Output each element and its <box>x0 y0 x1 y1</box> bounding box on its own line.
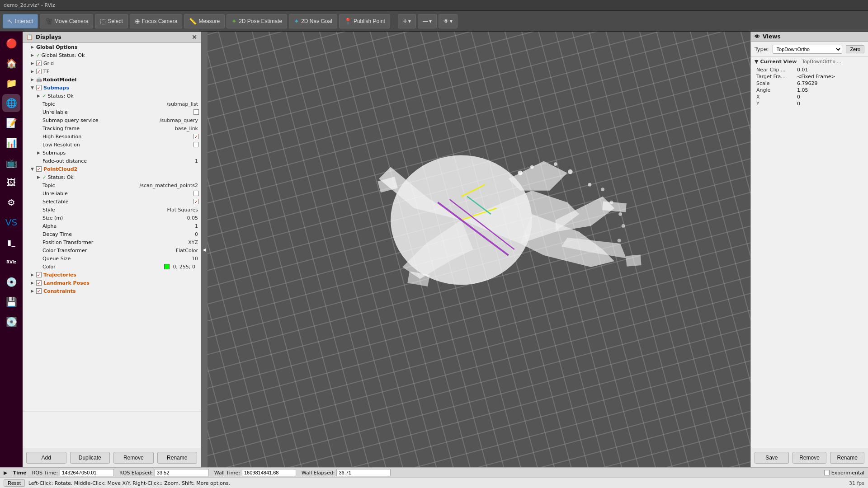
alpha-label: Alpha <box>42 223 195 229</box>
submap-query-value: /submap_query <box>160 117 201 123</box>
rename-button[interactable]: Rename <box>157 452 198 464</box>
pose-estimate-label: 2D Pose Estimate <box>239 18 282 24</box>
pointcloud2-row[interactable]: ▼ PointCloud2 <box>23 165 201 173</box>
constraints-row[interactable]: ▶ Constraints <box>23 287 201 295</box>
high-res-checkbox[interactable] <box>193 134 199 139</box>
global-status-row[interactable]: ▶ ✓ Global Status: Ok <box>23 51 201 59</box>
constraints-checkbox[interactable] <box>36 288 42 294</box>
landmark-poses-checkbox[interactable] <box>36 280 42 286</box>
high-res-label: High Resolution <box>42 134 193 140</box>
ubuntu-image-icon[interactable]: 🖼 <box>2 174 20 192</box>
add-button[interactable]: Add <box>26 452 66 464</box>
ubuntu-browser-icon[interactable]: 🌐 <box>2 94 20 112</box>
select-icon: ⬚ <box>100 18 106 25</box>
time-expand-icon: ▶ <box>4 470 7 476</box>
views-remove-button[interactable]: Remove <box>793 452 827 464</box>
focus-camera-icon: ⊕ <box>135 18 140 25</box>
plus-dropdown[interactable]: ✛ ▾ <box>398 14 416 28</box>
submaps-status-row[interactable]: ▶ ✓ Status: Ok <box>23 92 201 100</box>
queue-size-row: Queue Size 10 <box>23 254 201 263</box>
interact-button[interactable]: ↖ Interact <box>3 14 38 28</box>
pc2-unreliable-row[interactable]: Unreliable <box>23 189 201 197</box>
wall-elapsed-label: Wall Elapsed: <box>302 470 335 476</box>
views-buttons: Save Remove Rename <box>751 448 868 467</box>
views-save-button[interactable]: Save <box>755 452 789 464</box>
line-dropdown[interactable]: — ▾ <box>418 14 437 28</box>
submaps-unreliable-row[interactable]: Unreliable <box>23 108 201 116</box>
submaps-sub-arrow: ▶ <box>37 150 42 155</box>
landmark-poses-row[interactable]: ▶ Landmark Poses <box>23 279 201 287</box>
ubuntu-disk2-icon[interactable]: 💾 <box>2 293 20 311</box>
select-button[interactable]: ⬚ Select <box>95 14 127 28</box>
pointcloud2-arrow: ▼ <box>31 167 36 171</box>
duplicate-button[interactable]: Duplicate <box>70 452 110 464</box>
ubuntu-vscode-icon[interactable]: VS <box>2 213 20 231</box>
submaps-unreliable-checkbox[interactable] <box>193 109 199 115</box>
global-options-row[interactable]: ▶ Global Options <box>23 43 201 51</box>
ubuntu-present-icon[interactable]: 📺 <box>2 154 20 172</box>
experimental-section: Experimental <box>824 470 864 476</box>
submaps-row[interactable]: ▼ Submaps <box>23 84 201 92</box>
ubuntu-rviz-icon[interactable]: RViz <box>2 253 20 271</box>
ubuntu-disk1-icon[interactable]: 💿 <box>2 273 20 291</box>
remove-button[interactable]: Remove <box>113 452 154 464</box>
publish-point-button[interactable]: 📍 Publish Point <box>339 14 390 28</box>
pose-estimate-button[interactable]: ✦ 2D Pose Estimate <box>226 14 287 28</box>
submaps-sub-row[interactable]: ▶ Submaps <box>23 149 201 157</box>
nav-goal-button[interactable]: ✦ 2D Nav Goal <box>289 14 337 28</box>
pointcloud2-checkbox[interactable] <box>36 166 42 172</box>
pos-transformer-row: Position Transformer XYZ <box>23 238 201 246</box>
submaps-status-arrow: ▶ <box>37 94 42 98</box>
collapse-arrow[interactable]: ◀ <box>201 32 208 467</box>
ubuntu-files-icon[interactable]: 📁 <box>2 74 20 92</box>
high-res-row[interactable]: High Resolution <box>23 132 201 141</box>
grid-checkbox[interactable] <box>36 61 42 66</box>
pc2-unreliable-checkbox[interactable] <box>193 191 199 196</box>
views-zero-button[interactable]: Zero <box>846 45 864 53</box>
views-rename-button[interactable]: Rename <box>830 452 864 464</box>
queue-size-label: Queue Size <box>42 256 192 262</box>
submaps-status-label: Status: Ok <box>47 93 201 99</box>
experimental-checkbox[interactable] <box>824 470 830 475</box>
ubuntu-office-icon[interactable]: 📝 <box>2 114 20 132</box>
measure-button[interactable]: 📏 Measure <box>184 14 225 28</box>
focus-camera-button[interactable]: ⊕ Focus Camera <box>130 14 183 28</box>
ubuntu-logo-icon[interactable]: 🔴 <box>2 34 20 52</box>
ubuntu-terminal-icon[interactable]: ▮_ <box>2 233 20 251</box>
wall-time-input[interactable] <box>242 469 296 476</box>
pc2-selectable-checkbox[interactable] <box>193 199 199 204</box>
robotmodel-arrow: ▶ <box>31 77 36 82</box>
constraints-arrow: ▶ <box>31 289 36 293</box>
pc2-status-row[interactable]: ▶ ✓ Status: Ok <box>23 173 201 181</box>
color-transformer-label: Color Transformer <box>42 248 176 253</box>
views-type-select[interactable]: TopDownOrtho <box>773 45 843 54</box>
grid-row[interactable]: ▶ Grid <box>23 59 201 67</box>
robotmodel-row[interactable]: ▶ 🤖 RobotModel <box>23 75 201 84</box>
pc2-selectable-row[interactable]: Selectable <box>23 197 201 206</box>
ubuntu-home-icon[interactable]: 🏠 <box>2 54 20 72</box>
trajectories-row[interactable]: ▶ Trajectories <box>23 271 201 279</box>
move-camera-button[interactable]: 🎥 Move Camera <box>40 14 93 28</box>
ros-elapsed-input[interactable] <box>155 469 209 476</box>
tf-row[interactable]: ▶ TF <box>23 67 201 75</box>
ubuntu-apps-icon[interactable]: ⚙ <box>2 193 20 211</box>
ubuntu-calc-icon[interactable]: 📊 <box>2 134 20 152</box>
ros-time-input[interactable] <box>60 469 114 476</box>
tf-checkbox[interactable] <box>36 69 42 74</box>
svg-point-20 <box>568 169 572 174</box>
color-swatch[interactable] <box>164 264 170 269</box>
ubuntu-disk3-icon[interactable]: 💽 <box>2 313 20 331</box>
low-res-checkbox[interactable] <box>193 142 199 147</box>
trajectories-checkbox[interactable] <box>36 272 42 277</box>
eye-dropdown[interactable]: 👁 ▾ <box>439 14 458 28</box>
submap-query-label: Submap query service <box>42 117 160 123</box>
toolbar: ↖ Interact 🎥 Move Camera ⬚ Select ⊕ Focu… <box>0 11 868 32</box>
submaps-unreliable-label: Unreliable <box>42 109 193 115</box>
3d-viewport[interactable] <box>208 32 750 467</box>
submaps-checkbox[interactable] <box>36 85 42 90</box>
low-res-row[interactable]: Low Resolution <box>23 141 201 149</box>
wall-elapsed-input[interactable] <box>336 469 391 476</box>
displays-close-icon[interactable]: ✕ <box>192 33 197 41</box>
eye-icon: 👁 <box>443 18 449 24</box>
reset-button[interactable]: Reset <box>4 479 25 487</box>
